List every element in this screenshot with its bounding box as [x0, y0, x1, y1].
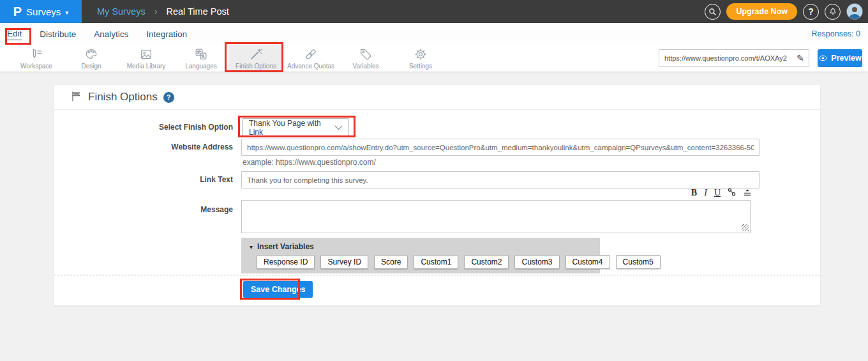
message-textarea[interactable]	[241, 200, 751, 233]
toolbar-item-settings[interactable]: Settings	[393, 45, 448, 72]
caret-down-icon: ▾	[250, 243, 253, 250]
chevron-down-icon: ▾	[65, 9, 68, 16]
align-icon[interactable]	[743, 188, 752, 198]
notifications-button[interactable]	[825, 4, 841, 20]
edit-url-pencil-icon[interactable]: ✎	[792, 53, 809, 63]
preview-button[interactable]: Preview	[818, 49, 862, 67]
page-title: Finish Options	[88, 91, 158, 104]
toolbar-item-finish-options[interactable]: Finish Options	[228, 45, 283, 72]
link-icon[interactable]	[728, 188, 736, 198]
help-button[interactable]: ?	[803, 4, 819, 20]
insert-variables-panel: ▾ Insert Variables Response ID Survey ID…	[241, 238, 600, 273]
advance-quotas-icon	[304, 47, 318, 61]
variable-button-response-id[interactable]: Response ID	[257, 255, 315, 269]
avatar-photo	[847, 4, 862, 19]
finish-option-select[interactable]: Thank You Page with Link	[242, 118, 349, 137]
website-address-input[interactable]	[241, 139, 760, 156]
tabs: Edit Distribute Analytics Integration	[6, 23, 188, 45]
search-button[interactable]	[705, 4, 721, 20]
toolbar-item-label: Finish Options	[236, 63, 276, 70]
toolbar-item-workspace[interactable]: Workspace	[9, 45, 64, 72]
variable-button-survey-id[interactable]: Survey ID	[320, 255, 368, 269]
variable-button-custom1[interactable]: Custom1	[414, 255, 458, 269]
bell-icon	[828, 7, 837, 16]
finish-option-selected-value: Thank You Page with Link	[243, 119, 334, 137]
help-circle-icon[interactable]: ?	[163, 92, 174, 103]
settings-icon	[414, 47, 428, 61]
top-navbar: P Surveys ▾ My Surveys › Real Time Post …	[0, 0, 868, 23]
variable-button-custom3[interactable]: Custom3	[514, 255, 559, 269]
eye-icon	[818, 54, 828, 62]
search-icon	[708, 7, 717, 17]
question-mark-icon: ?	[808, 6, 814, 17]
finish-options-icon	[249, 47, 263, 61]
breadcrumb: My Surveys › Real Time Post	[97, 0, 229, 23]
link-text-input[interactable]	[241, 171, 760, 188]
toolbar-item-variables[interactable]: Variables	[338, 45, 393, 72]
responses-count[interactable]: Responses: 0	[812, 23, 860, 45]
select-finish-option-label: Select Finish Option	[54, 123, 233, 132]
variable-button-custom5[interactable]: Custom5	[616, 255, 661, 269]
website-address-example: example: https://www.questionpro.com/	[243, 158, 376, 167]
finish-flag-icon	[70, 90, 82, 105]
toolbar-item-label: Workspace	[20, 63, 52, 70]
toolbar-item-label: Variables	[353, 63, 379, 70]
tab-distribute[interactable]: Distribute	[39, 28, 77, 40]
upgrade-now-button[interactable]: Upgrade Now	[726, 3, 797, 20]
chevron-down-icon	[334, 125, 348, 130]
card-title-row: Finish Options ?	[54, 85, 820, 110]
italic-icon[interactable]: I	[704, 188, 707, 197]
product-name: Surveys	[26, 6, 61, 17]
save-changes-button[interactable]: Save Changes	[243, 281, 313, 298]
tab-integration[interactable]: Integration	[146, 28, 188, 40]
media-library-icon	[139, 47, 153, 61]
toolbar-item-label: Settings	[409, 63, 432, 70]
insert-variables-title: Insert Variables	[257, 242, 314, 251]
dashed-separator	[54, 275, 820, 275]
toolbar-item-languages[interactable]: Languages	[174, 45, 228, 72]
breadcrumb-my-surveys[interactable]: My Surveys	[97, 6, 146, 17]
toolbar-item-design[interactable]: Design	[64, 45, 119, 72]
resize-handle[interactable]	[742, 224, 749, 231]
website-address-label: Website Address	[54, 142, 233, 151]
design-icon	[84, 47, 98, 61]
languages-icon	[194, 47, 208, 61]
toolbar-item-label: Languages	[185, 63, 217, 70]
toolbar-item-label: Advance Quotas	[287, 63, 334, 70]
breadcrumb-survey-name: Real Time Post	[166, 6, 228, 17]
tab-edit[interactable]: Edit	[6, 27, 22, 40]
toolbar-item-label: Design	[81, 63, 101, 70]
toolbar-item-label: Media Library	[127, 63, 166, 70]
message-label: Message	[54, 205, 233, 214]
link-text-label: Link Text	[54, 175, 233, 184]
questionpro-app: P Surveys ▾ My Surveys › Real Time Post …	[0, 0, 868, 361]
variable-button-custom2[interactable]: Custom2	[464, 255, 509, 269]
product-switcher[interactable]: P Surveys ▾	[0, 0, 82, 23]
finish-options-card: Finish Options ? Select Finish Option Th…	[54, 85, 820, 305]
toolbar-item-advance-quotas[interactable]: Advance Quotas	[283, 45, 338, 72]
tab-analytics[interactable]: Analytics	[93, 28, 129, 40]
workspace-icon	[29, 47, 43, 61]
survey-url-input[interactable]	[659, 54, 792, 62]
message-format-toolbar: B I U	[241, 188, 752, 198]
variable-buttons-row: Response ID Survey ID Score Custom1 Cust…	[241, 251, 600, 269]
insert-variables-header[interactable]: ▾ Insert Variables	[241, 238, 600, 251]
questionpro-logo: P	[13, 5, 22, 18]
variables-icon	[359, 47, 373, 61]
user-avatar[interactable]	[846, 3, 863, 20]
breadcrumb-separator-icon: ›	[154, 6, 158, 17]
variable-button-score[interactable]: Score	[374, 255, 408, 269]
underline-icon[interactable]: U	[714, 188, 721, 197]
survey-url-box: ✎	[659, 49, 809, 67]
navbar-actions: Upgrade Now ?	[705, 0, 863, 23]
variable-button-custom4[interactable]: Custom4	[565, 255, 610, 269]
bold-icon[interactable]: B	[691, 188, 697, 197]
toolbar-items: Workspace Design Media Library Languages…	[9, 45, 448, 72]
edit-toolbar: Workspace Design Media Library Languages…	[0, 45, 868, 72]
toolbar-item-media-library[interactable]: Media Library	[119, 45, 174, 72]
preview-label: Preview	[831, 54, 861, 63]
survey-tab-bar: Edit Distribute Analytics Integration Re…	[0, 23, 868, 45]
